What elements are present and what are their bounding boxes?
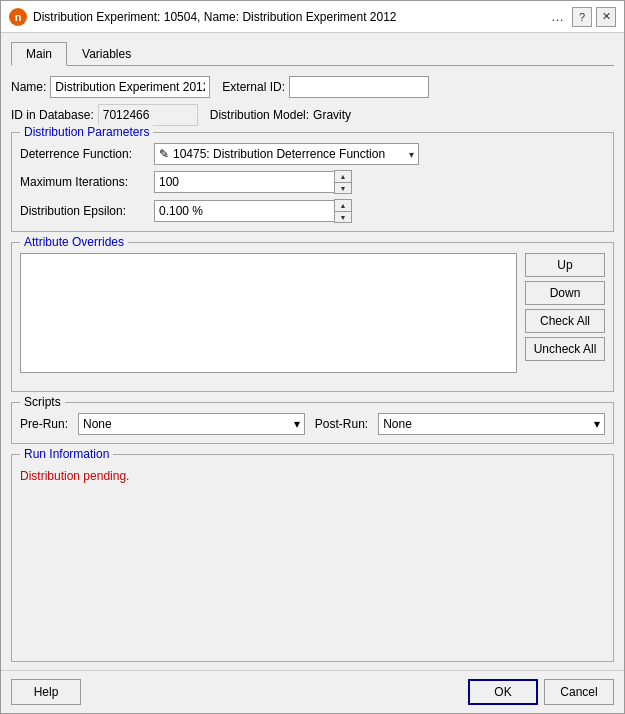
name-input[interactable] [50, 76, 210, 98]
down-button[interactable]: Down [525, 281, 605, 305]
max-iter-up-btn[interactable]: ▲ [335, 171, 351, 182]
max-iter-down-btn[interactable]: ▼ [335, 182, 351, 193]
dist-model-value: Gravity [313, 108, 351, 122]
deterrence-dropdown-arrow: ▾ [409, 149, 414, 160]
help-title-button[interactable]: ? [572, 7, 592, 27]
up-button[interactable]: Up [525, 253, 605, 277]
tab-bar: Main Variables [11, 41, 614, 66]
dialog-content: Main Variables Name: External ID: ID in … [1, 33, 624, 670]
right-buttons: OK Cancel [468, 679, 614, 705]
ellipsis-btn[interactable]: … [551, 9, 564, 24]
scripts-row: Pre-Run: None ▾ Post-Run: None ▾ [20, 413, 605, 435]
dist-model-label: Distribution Model: [210, 108, 309, 122]
pencil-icon: ✎ [159, 147, 169, 161]
id-db-input [98, 104, 198, 126]
pre-run-value: None [83, 417, 112, 431]
run-info-group: Run Information Distribution pending. [11, 454, 614, 662]
max-iter-spinner-buttons: ▲ ▼ [334, 170, 352, 194]
scripts-title: Scripts [20, 395, 65, 409]
attribute-list[interactable] [20, 253, 517, 373]
attribute-overrides-group: Attribute Overrides Up Down Check All Un… [11, 242, 614, 392]
max-iter-label: Maximum Iterations: [20, 175, 150, 189]
run-info-title: Run Information [20, 447, 113, 461]
run-info-text: Distribution pending. [20, 469, 605, 483]
tab-main[interactable]: Main [11, 42, 67, 66]
epsilon-spinner: ▲ ▼ [154, 199, 352, 223]
epsilon-up-btn[interactable]: ▲ [335, 200, 351, 211]
cancel-button[interactable]: Cancel [544, 679, 614, 705]
external-id-label: External ID: [222, 80, 285, 94]
main-window: n Distribution Experiment: 10504, Name: … [0, 0, 625, 714]
name-label: Name: [11, 80, 46, 94]
uncheck-all-button[interactable]: Uncheck All [525, 337, 605, 361]
id-db-label: ID in Database: [11, 108, 94, 122]
name-row: Name: External ID: [11, 76, 614, 98]
external-id-input[interactable] [289, 76, 429, 98]
epsilon-input[interactable] [154, 200, 334, 222]
ok-button[interactable]: OK [468, 679, 538, 705]
check-all-button[interactable]: Check All [525, 309, 605, 333]
scripts-group: Scripts Pre-Run: None ▾ Post-Run: None ▾ [11, 402, 614, 444]
tab-variables[interactable]: Variables [67, 42, 146, 66]
bottom-bar: Help OK Cancel [1, 670, 624, 713]
epsilon-spinner-buttons: ▲ ▼ [334, 199, 352, 223]
post-run-value: None [383, 417, 412, 431]
id-row: ID in Database: Distribution Model: Grav… [11, 104, 614, 126]
deterrence-dropdown[interactable]: ✎ 10475: Distribution Deterrence Functio… [154, 143, 419, 165]
dist-params-content: Deterrence Function: ✎ 10475: Distributi… [20, 143, 605, 223]
title-bar: n Distribution Experiment: 10504, Name: … [1, 1, 624, 33]
max-iter-row: Maximum Iterations: ▲ ▼ [20, 170, 605, 194]
post-run-dropdown[interactable]: None ▾ [378, 413, 605, 435]
attribute-buttons: Up Down Check All Uncheck All [525, 253, 605, 373]
distribution-params-group: Distribution Parameters Deterrence Funct… [11, 132, 614, 232]
attr-overrides-title: Attribute Overrides [20, 235, 128, 249]
epsilon-down-btn[interactable]: ▼ [335, 211, 351, 222]
deterrence-label: Deterrence Function: [20, 147, 150, 161]
pre-run-label: Pre-Run: [20, 417, 68, 431]
epsilon-label: Distribution Epsilon: [20, 204, 150, 218]
epsilon-row: Distribution Epsilon: ▲ ▼ [20, 199, 605, 223]
window-title: Distribution Experiment: 10504, Name: Di… [33, 10, 551, 24]
deterrence-row: Deterrence Function: ✎ 10475: Distributi… [20, 143, 605, 165]
max-iter-spinner: ▲ ▼ [154, 170, 352, 194]
pre-run-arrow: ▾ [294, 417, 300, 431]
pre-run-dropdown[interactable]: None ▾ [78, 413, 305, 435]
window-controls: … ? ✕ [551, 7, 616, 27]
max-iter-input[interactable] [154, 171, 334, 193]
deterrence-value: 10475: Distribution Deterrence Function [173, 147, 409, 161]
close-button[interactable]: ✕ [596, 7, 616, 27]
attribute-overrides-section: Up Down Check All Uncheck All [20, 253, 605, 373]
post-run-label: Post-Run: [315, 417, 368, 431]
dist-params-title: Distribution Parameters [20, 125, 153, 139]
app-icon: n [9, 8, 27, 26]
help-button[interactable]: Help [11, 679, 81, 705]
post-run-arrow: ▾ [594, 417, 600, 431]
